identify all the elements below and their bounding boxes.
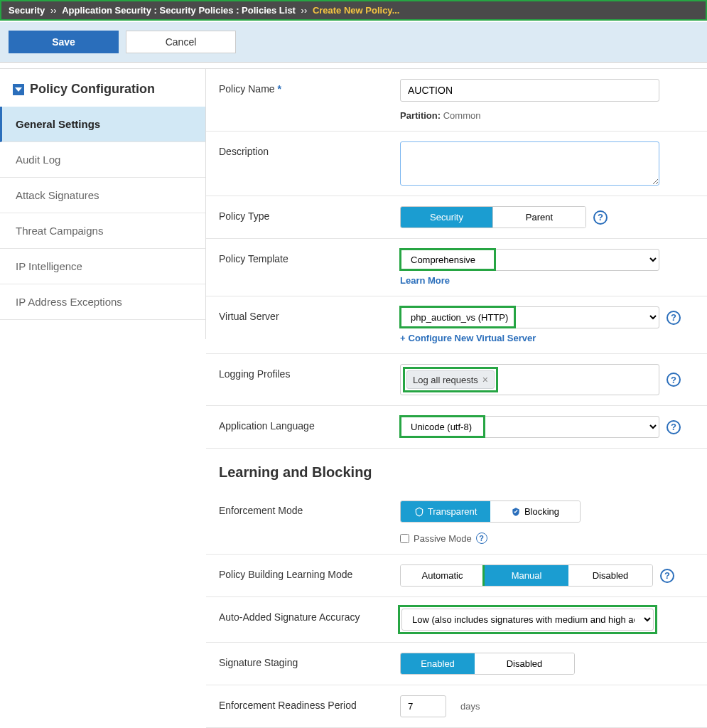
learning-mode-label: Policy Building Learning Mode: [219, 564, 400, 580]
breadcrumb-sep: ››: [301, 5, 308, 16]
breadcrumb-sep: ››: [50, 5, 57, 16]
shield-icon: [511, 507, 521, 517]
passive-mode-label: Passive Mode: [414, 533, 472, 544]
virtual-server-select[interactable]: php_auction_vs (HTTP): [400, 306, 659, 328]
sidebar-item-ipexceptions[interactable]: IP Address Exceptions: [0, 284, 205, 320]
logging-profile-chip[interactable]: Log all requests ×: [406, 370, 495, 389]
policy-type-segmented: Security Parent: [400, 206, 586, 228]
sig-staging-segmented: Enabled Disabled: [400, 653, 575, 675]
breadcrumb-path[interactable]: Application Security : Security Policies…: [62, 5, 296, 16]
breadcrumb: Security ›› Application Security : Secur…: [0, 0, 707, 21]
chip-remove-icon[interactable]: ×: [482, 374, 488, 385]
enforcement-mode-label: Enforcement Mode: [219, 500, 400, 516]
policy-type-security[interactable]: Security: [401, 207, 493, 228]
policy-template-label: Policy Template: [219, 249, 400, 264]
app-language-select[interactable]: Unicode (utf-8): [400, 416, 659, 438]
sidebar-item-threat[interactable]: Threat Campaigns: [0, 213, 205, 249]
staging-enabled[interactable]: Enabled: [401, 653, 475, 674]
policy-name-label: Policy Name *: [219, 79, 400, 95]
logging-profiles-label: Logging Profiles: [219, 364, 400, 380]
learn-more-link[interactable]: Learn More: [400, 275, 694, 286]
sig-staging-label: Signature Staging: [219, 653, 400, 668]
readiness-label: Enforcement Readiness Period: [219, 695, 400, 711]
policy-type-label: Policy Type: [219, 206, 400, 222]
help-icon[interactable]: ?: [660, 569, 674, 583]
breadcrumb-root[interactable]: Security: [9, 5, 45, 16]
readiness-input[interactable]: [400, 695, 446, 717]
enforcement-transparent[interactable]: Transparent: [401, 501, 490, 522]
description-label: Description: [219, 141, 400, 157]
partition-line: Partition: Common: [400, 110, 694, 121]
panel-toggle-icon[interactable]: [13, 84, 24, 95]
staging-disabled[interactable]: Disabled: [475, 653, 574, 674]
learning-manual[interactable]: Manual: [485, 565, 568, 586]
help-icon[interactable]: ?: [666, 373, 681, 387]
action-bar: Save Cancel: [0, 22, 707, 63]
help-icon[interactable]: ?: [476, 532, 487, 544]
save-button[interactable]: Save: [9, 31, 119, 53]
enforcement-segmented: Transparent Blocking: [400, 500, 581, 523]
description-textarea[interactable]: [400, 141, 659, 186]
help-icon[interactable]: ?: [666, 420, 681, 434]
learning-mode-segmented: Automatic Manual Disabled: [400, 564, 653, 587]
configure-vs-link[interactable]: +Configure New Virtual Server: [400, 333, 694, 343]
help-icon[interactable]: ?: [593, 210, 608, 225]
shield-icon: [414, 507, 424, 517]
sidebar: Policy Configuration General Settings Au…: [0, 69, 206, 339]
auto-sig-select[interactable]: Low (also includes signatures with mediu…: [401, 609, 654, 631]
sidebar-title: Policy Configuration: [30, 82, 155, 97]
enforcement-blocking[interactable]: Blocking: [490, 501, 580, 522]
auto-sig-label: Auto-Added Signature Accuracy: [219, 607, 400, 623]
policy-type-parent[interactable]: Parent: [493, 207, 585, 228]
sidebar-item-ipintel[interactable]: IP Intelligence: [0, 249, 205, 284]
passive-mode-checkbox[interactable]: [400, 534, 409, 543]
learning-automatic[interactable]: Automatic: [401, 565, 485, 586]
sidebar-header[interactable]: Policy Configuration: [0, 69, 205, 107]
sidebar-item-audit[interactable]: Audit Log: [0, 142, 205, 178]
plus-icon: +: [400, 333, 406, 343]
sidebar-item-general[interactable]: General Settings: [0, 107, 205, 142]
sidebar-item-attack-sigs[interactable]: Attack Signatures: [0, 178, 205, 213]
days-label: days: [460, 701, 480, 712]
logging-profiles-container[interactable]: Log all requests ×: [400, 364, 659, 395]
learning-section-title: Learning and Blocking: [206, 449, 707, 491]
cancel-button[interactable]: Cancel: [126, 31, 236, 53]
app-language-label: Application Language: [219, 416, 400, 432]
help-icon[interactable]: ?: [666, 311, 681, 325]
virtual-server-label: Virtual Server: [219, 306, 400, 322]
chip-label: Log all requests: [413, 375, 478, 385]
breadcrumb-current: Create New Policy...: [313, 5, 400, 16]
policy-name-input[interactable]: [400, 79, 659, 102]
main-content: Policy Name * Partition: Common Descript…: [206, 69, 707, 728]
learning-disabled[interactable]: Disabled: [568, 565, 652, 586]
policy-template-select[interactable]: Comprehensive: [400, 249, 659, 271]
